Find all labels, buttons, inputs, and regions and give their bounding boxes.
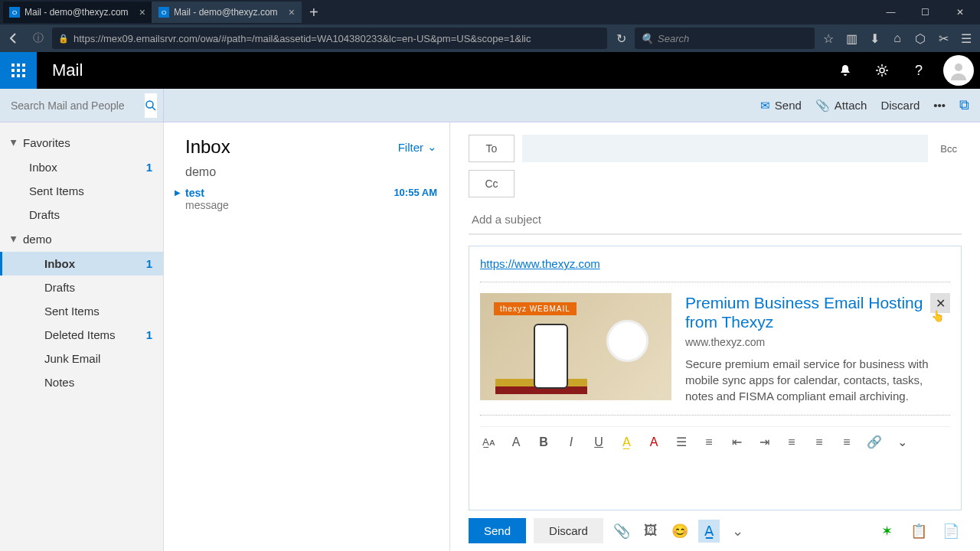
url-bar[interactable]: 🔒 https://mex09.emailsrvr.com/owa/#path=… [52,28,607,49]
send-button[interactable]: ✉ Send [760,99,802,112]
folder-sent-items[interactable]: Sent Items [0,179,163,203]
message-subject: test [185,187,204,199]
body-link[interactable]: https://www.thexyz.com [480,257,600,270]
account-header[interactable]: ▶ demo [0,227,163,252]
browser-tab[interactable]: O Mail - demo@thexyz.com × [3,2,152,23]
align-left-button[interactable]: ≡ [783,435,800,449]
to-button[interactable]: To [469,135,514,162]
svg-line-3 [152,107,155,110]
tab-close-icon[interactable]: × [289,6,295,18]
search-area [0,89,164,122]
folder-drafts[interactable]: Drafts [0,203,163,227]
send-icon: ✉ [760,99,770,112]
folder-notes[interactable]: Notes [0,370,163,394]
indent-button[interactable]: ⇥ [756,435,773,449]
main-layout: ▶ Favorites Inbox 1 Sent Items Drafts ▶ … [0,122,980,551]
template-icon[interactable]: 📋 [908,523,929,540]
more-options-icon[interactable]: ⌄ [727,523,749,540]
emoji-icon[interactable]: 😊 [669,523,691,540]
close-window-button[interactable]: ✕ [942,2,977,23]
settings-icon[interactable] [864,52,900,89]
format-toggle-icon[interactable]: A̲ [698,520,720,543]
folder-deleted-items[interactable]: Deleted Items 1 [0,323,163,347]
back-button[interactable] [3,28,24,49]
insert-picture-icon[interactable]: 🖼 [640,523,662,539]
browser-chrome: O Mail - demo@thexyz.com × O Mail - demo… [0,0,980,52]
more-format-button[interactable]: ⌄ [893,435,910,449]
home-icon[interactable]: ⌂ [887,28,908,49]
filter-button[interactable]: Filter ⌄ [398,140,437,154]
more-actions-button[interactable]: ••• [933,99,946,112]
folder-inbox-selected[interactable]: Inbox 1 [0,252,163,276]
message-list: Inbox Filter ⌄ demo ▶ test 10:55 AM mess… [164,122,450,551]
tab-close-icon[interactable]: × [139,6,145,18]
bold-button[interactable]: B [535,435,552,449]
number-list-button[interactable]: ≡ [701,435,717,449]
identity-icon[interactable]: ⓘ [28,28,49,49]
notifications-icon[interactable] [827,52,864,89]
italic-button[interactable]: I [563,435,580,449]
align-center-button[interactable]: ≡ [811,435,828,449]
highlight-button[interactable]: A̲ [618,435,635,449]
subject-input[interactable] [469,205,962,235]
attach-button[interactable]: 📎 Attach [815,99,867,112]
discard-button[interactable]: Discard [880,99,920,112]
folder-sent-items[interactable]: Sent Items [0,299,163,323]
preview-badge: thexyz WEBMAIL [494,302,577,315]
help-icon[interactable]: ? [900,52,937,89]
browser-search[interactable]: 🔍 Search [635,28,815,49]
compose-footer: Send Discard 📎 🖼 😊 A̲ ⌄ ✶ 📋 📄 [469,510,962,551]
command-toolbar: ✉ Send 📎 Attach Discard ••• ⧉ [0,89,980,122]
addin-icon[interactable]: ✶ [876,523,897,540]
message-body[interactable]: https://www.thexyz.com thexyz WEBMAIL Pr… [469,246,962,510]
link-button[interactable]: 🔗 [866,435,883,449]
align-right-button[interactable]: ≡ [838,435,855,449]
bullet-list-button[interactable]: ☰ [673,435,690,449]
to-input[interactable] [522,135,928,162]
font-color-button[interactable]: A [645,435,662,449]
browser-tab-active[interactable]: O Mail - demo@thexyz.com × [152,2,302,23]
underline-button[interactable]: U [590,435,607,449]
message-preview: message [185,199,437,211]
folder-inbox[interactable]: Inbox 1 [0,155,163,179]
user-avatar[interactable] [943,55,974,86]
new-tab-button[interactable]: + [302,4,326,21]
folder-count: 1 [146,257,152,270]
cc-button[interactable]: Cc [469,170,514,197]
reload-button[interactable]: ↻ [610,28,632,49]
popout-button[interactable]: ⧉ [959,97,969,113]
download-icon[interactable]: ⬇ [864,28,885,49]
font-face-button[interactable]: A̲ᴀ [480,436,497,448]
maximize-button[interactable]: ☐ [908,2,942,23]
send-button-footer[interactable]: Send [469,518,526,543]
minimize-button[interactable]: — [874,2,908,23]
favorites-header[interactable]: ▶ Favorites [0,130,163,155]
signature-icon[interactable]: 📄 [940,523,962,540]
folder-name: Sent Items [44,305,100,318]
folder-count: 1 [146,328,152,341]
tab-title: Mail - demo@thexyz.com [174,7,286,18]
discard-button-footer[interactable]: Discard [534,518,603,543]
message-item[interactable]: ▶ test 10:55 AM message [185,184,437,214]
app-title: Mail [52,60,83,80]
attach-icon[interactable]: 📎 [611,523,632,540]
menu-icon[interactable]: ☰ [956,28,977,49]
discard-label: Discard [880,99,920,112]
app-launcher-button[interactable] [0,52,37,89]
folder-sidebar: ▶ Favorites Inbox 1 Sent Items Drafts ▶ … [0,122,164,551]
preview-description: Secure premium email service for busines… [685,356,950,404]
search-input[interactable] [11,99,145,112]
cursor-icon: 👆 [931,310,944,322]
search-button[interactable] [145,93,157,118]
pocket-icon[interactable]: ⬡ [910,28,931,49]
bookmark-icon[interactable]: ☆ [818,28,839,49]
folder-drafts[interactable]: Drafts [0,276,163,299]
compose-pane: To Bcc Cc https://www.thexyz.com thexyz … [450,122,980,551]
extension-icon[interactable]: ✂ [933,28,954,49]
font-size-button[interactable]: A [508,435,524,449]
bcc-button[interactable]: Bcc [936,143,962,155]
library-icon[interactable]: ▥ [841,28,862,49]
folder-name: Inbox [29,161,57,174]
outdent-button[interactable]: ⇤ [728,435,745,449]
folder-junk-email[interactable]: Junk Email [0,347,163,370]
